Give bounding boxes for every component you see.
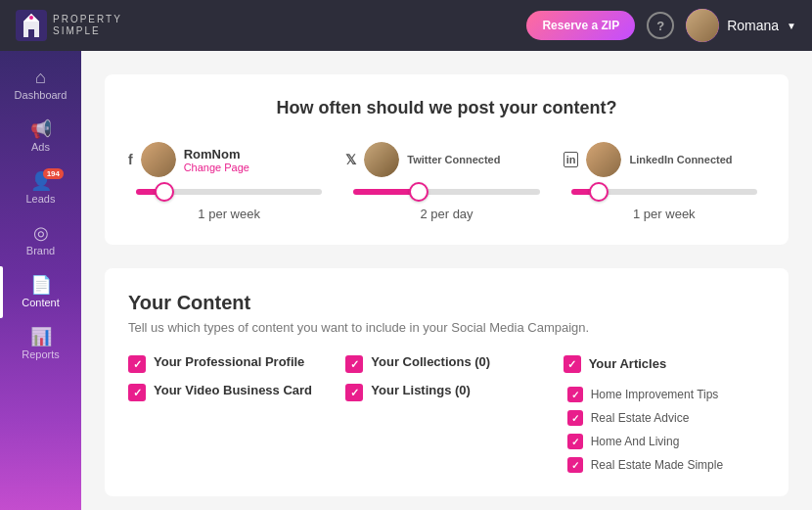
facebook-slider-thumb[interactable] [155,182,174,202]
checkbox-video-business-card: ✓ Your Video Business Card [128,383,330,401]
twitter-slider-track [353,189,539,195]
linkedin-icon: in [564,152,579,167]
twitter-account-info: Twitter Connected [407,154,500,165]
checkmark-icon: ✓ [571,460,579,471]
article-label-3: Real Estate Made Simple [591,458,723,472]
linkedin-slider-container [564,189,765,203]
sidebar-item-reports[interactable]: 📊 Reports [0,318,81,370]
linkedin-account-name: LinkedIn Connected [629,154,732,165]
checkbox-listings: ✓ Your Listings (0) [345,383,547,401]
sidebar-label-brand: Brand [26,245,55,256]
checkbox-professional-profile: ✓ Your Professional Profile [128,354,330,373]
facebook-avatar-image [141,142,176,177]
twitter-avatar-image [364,142,399,177]
brand-icon: ◎ [33,224,49,242]
sidebar-label-reports: Reports [22,348,60,360]
professional-profile-label: Your Professional Profile [154,354,304,369]
facebook-account: f RomNom Change Page [128,142,330,221]
checkmark-icon: ✓ [350,358,359,371]
article-item-0: ✓ Home Improvement Tips [567,387,765,402]
your-content-section: Your Content Tell us which types of cont… [105,268,789,496]
sidebar-item-brand[interactable]: ◎ Brand [0,214,81,266]
user-name: Romana [727,18,779,33]
article-label-0: Home Improvement Tips [591,388,719,401]
twitter-account-name: Twitter Connected [407,154,500,165]
main-content: How often should we post your content? f… [81,51,812,510]
svg-point-2 [29,16,33,20]
checkmark-icon: ✓ [133,387,142,399]
leads-badge: 194 [43,168,64,179]
home-icon: ⌂ [35,69,46,86]
logo-text-sub: SIMPLE [53,25,122,37]
articles-header-label: Your Articles [589,356,666,371]
linkedin-account: in LinkedIn Connected 1 per week [564,142,765,221]
user-menu[interactable]: Romana ▼ [686,9,796,42]
article-checkbox-3[interactable]: ✓ [567,457,583,473]
sidebar-label-dashboard: Dashboard [15,89,68,101]
twitter-slider-thumb[interactable] [409,182,429,202]
collections-label: Your Collections (0) [371,354,490,369]
linkedin-avatar-image [586,142,621,177]
twitter-account-header: 𝕏 Twitter Connected [345,142,547,177]
checkmark-icon: ✓ [567,358,576,371]
sidebar-label-ads: Ads [31,141,50,153]
article-label-1: Real Estate Advice [591,411,690,425]
articles-header: ✓ Your Articles [564,354,765,373]
social-accounts: f RomNom Change Page [128,142,765,221]
checkbox-collections: ✓ Your Collections (0) [345,354,547,373]
checkmark-icon: ✓ [571,390,579,400]
twitter-frequency-label: 2 per day [420,207,473,221]
linkedin-slider-thumb[interactable] [589,182,609,202]
checkbox-listings-box[interactable]: ✓ [345,384,363,401]
header-right: Reserve a ZIP ? Romana ▼ [526,9,796,42]
checkbox-professional-profile-box[interactable]: ✓ [128,355,146,373]
facebook-account-info: RomNom Change Page [184,147,249,173]
linkedin-account-header: in LinkedIn Connected [564,142,765,177]
reserve-zip-button[interactable]: Reserve a ZIP [526,11,635,40]
reports-icon: 📊 [30,328,52,346]
content-col-3-articles: ✓ Your Articles ✓ Home Improvement Tips [564,354,765,473]
checkmark-icon: ✓ [133,358,142,371]
facebook-icon: f [128,152,133,167]
header: PROPERTY SIMPLE Reserve a ZIP ? Romana ▼ [0,0,812,51]
checkmark-icon: ✓ [571,437,579,447]
sidebar-label-content: Content [22,297,60,308]
checkbox-articles-box[interactable]: ✓ [564,355,581,373]
linkedin-avatar [586,142,621,177]
video-business-card-label: Your Video Business Card [154,383,312,397]
linkedin-slider-track [571,189,757,195]
content-icon: 📄 [30,276,52,294]
article-checkbox-0[interactable]: ✓ [567,387,583,402]
sidebar-item-ads[interactable]: 📢 Ads [0,111,81,162]
ads-icon: 📢 [30,120,52,138]
twitter-slider-container [345,189,547,203]
facebook-account-name: RomNom [184,147,249,162]
article-checkbox-1[interactable]: ✓ [567,410,583,426]
checkmark-icon: ✓ [350,387,359,399]
content-section-subtitle: Tell us which types of content you want … [128,320,765,335]
facebook-avatar [141,142,176,177]
sidebar-item-content[interactable]: 📄 Content [0,266,81,318]
content-section-title: Your Content [128,292,765,314]
twitter-icon: 𝕏 [345,152,356,167]
article-checkbox-2[interactable]: ✓ [567,434,583,449]
avatar [686,9,719,42]
checkbox-video-business-card-box[interactable]: ✓ [128,384,146,401]
sidebar-item-dashboard[interactable]: ⌂ Dashboard [0,59,81,111]
checkbox-collections-box[interactable]: ✓ [345,355,363,373]
checkmark-icon: ✓ [571,413,579,424]
facebook-slider-track [136,189,322,195]
facebook-account-header: f RomNom Change Page [128,142,330,177]
chevron-down-icon: ▼ [787,21,796,31]
facebook-slider-container [128,189,330,203]
article-label-2: Home And Living [591,435,680,448]
sidebar: ⌂ Dashboard 📢 Ads 194 👤 Leads ◎ Brand 📄 … [0,51,81,510]
article-items: ✓ Home Improvement Tips ✓ Real Estate Ad… [564,387,765,473]
sidebar-item-leads[interactable]: 194 👤 Leads [0,162,81,214]
linkedin-account-info: LinkedIn Connected [629,154,732,165]
facebook-change-page[interactable]: Change Page [184,162,249,173]
article-item-3: ✓ Real Estate Made Simple [567,457,765,473]
help-button[interactable]: ? [647,12,674,39]
logo-text-main: PROPERTY [53,14,122,25]
facebook-frequency-label: 1 per week [198,207,260,221]
